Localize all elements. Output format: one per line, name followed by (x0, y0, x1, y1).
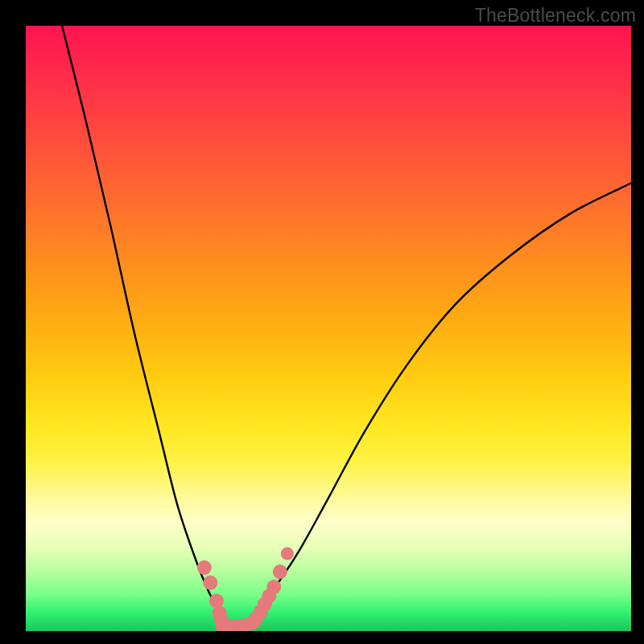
chart-frame: TheBottleneck.com (0, 0, 644, 644)
plot-area (26, 26, 631, 631)
data-marker (203, 576, 217, 590)
data-marker (266, 580, 281, 594)
data-marker (197, 560, 212, 575)
left-curve (62, 26, 225, 625)
data-marker (281, 547, 294, 560)
chart-svg (26, 26, 631, 631)
watermark-text: TheBottleneck.com (475, 5, 636, 27)
data-markers (197, 547, 294, 631)
right-curve (244, 184, 631, 625)
data-marker (209, 593, 224, 608)
data-marker (273, 564, 287, 579)
